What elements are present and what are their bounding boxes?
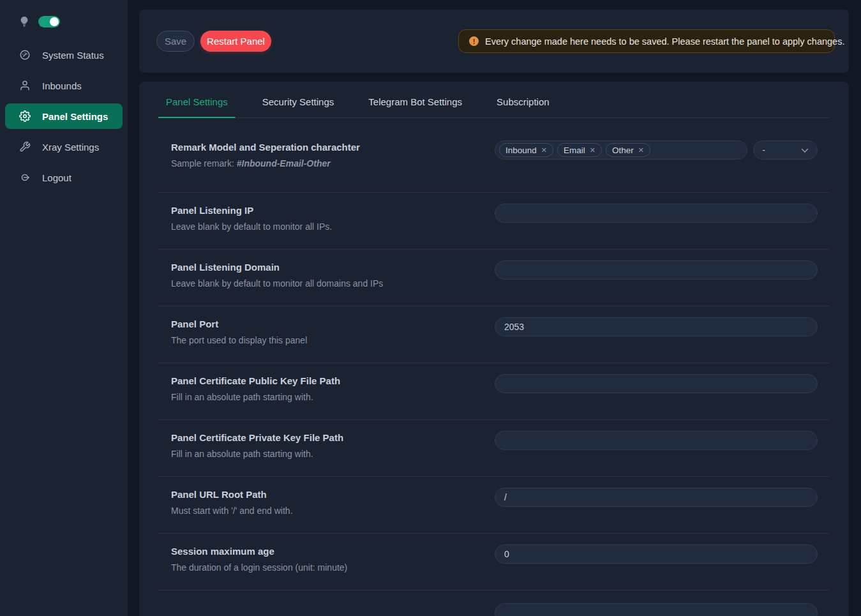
field-description: Sample remark: #Inbound-Email-Other (171, 158, 495, 169)
field-description: Fill in an absolute path starting with. (171, 449, 495, 459)
sidebar-item-label: Panel Settings (42, 111, 108, 122)
separator-select[interactable]: - (753, 140, 818, 160)
user-icon (19, 80, 31, 91)
sidebar-item-panel-settings[interactable]: Panel Settings (5, 103, 123, 129)
settings-tabs: Panel Settings Security Settings Telegra… (158, 82, 830, 118)
logout-icon (19, 172, 31, 183)
field-label: Remark Model and Seperation charachter (171, 142, 495, 153)
separator-select-value: - (762, 145, 765, 155)
warning-alert-text: Every change made here needs to be saved… (485, 36, 844, 47)
form-row-cert-private-key-path: Panel Certificate Private Key File Path … (158, 420, 830, 477)
tab-security-settings[interactable]: Security Settings (255, 96, 342, 117)
field-label-block: Panel URL Root Path Must start with '/' … (171, 488, 495, 516)
sidebar-item-label: Xray Settings (42, 142, 99, 153)
restart-panel-button[interactable]: Restart Panel (200, 31, 271, 52)
partial-row-input[interactable] (495, 603, 818, 616)
tab-telegram-bot-settings[interactable]: Telegram Bot Settings (361, 96, 470, 117)
field-label-block: Panel Certificate Private Key File Path … (171, 431, 495, 459)
panel-listening-domain-input[interactable] (495, 260, 818, 280)
lightbulb-icon (19, 15, 29, 28)
remark-controls: Inbound ✕ Email ✕ Other ✕ - (495, 140, 818, 160)
form-row-panel-port: Panel Port The port used to display this… (158, 306, 830, 363)
sidebar-item-label: Inbounds (42, 80, 82, 91)
form-row-panel-listening-ip: Panel Listening IP Leave blank by defaul… (158, 193, 830, 250)
field-label-block: Panel Listening IP Leave blank by defaul… (171, 204, 495, 232)
remove-tag-icon[interactable]: ✕ (590, 146, 595, 154)
save-button[interactable]: Save (156, 31, 195, 52)
field-label: Panel Port (171, 319, 495, 329)
tag-email: Email ✕ (557, 143, 602, 157)
tag-inbound: Inbound ✕ (499, 143, 553, 157)
field-label: Panel Listening Domain (171, 262, 495, 273)
settings-card: Panel Settings Security Settings Telegra… (139, 82, 849, 616)
field-description: Must start with '/' and end with. (171, 506, 495, 516)
panel-url-root-path-input[interactable] (495, 488, 818, 507)
tab-panel-settings[interactable]: Panel Settings (158, 96, 236, 117)
warning-alert: ! Every change made here needs to be sav… (458, 29, 835, 53)
form-row-session-max-age: Session maximum age The duration of a lo… (158, 534, 830, 590)
toggle-knob (50, 17, 59, 26)
sidebar-item-xray-settings[interactable]: Xray Settings (5, 134, 123, 160)
sidebar-menu: System Status Inbounds Panel Settings (0, 42, 128, 190)
field-label: Panel URL Root Path (171, 489, 495, 500)
sidebar-theme-controls (0, 11, 128, 32)
dashboard-icon (19, 49, 31, 61)
chevron-down-icon (801, 145, 809, 155)
field-description: Leave blank by default to monitor all do… (171, 278, 495, 289)
sidebar-item-label: Logout (42, 172, 71, 183)
tag-other: Other ✕ (606, 143, 650, 157)
field-label: Panel Certificate Private Key File Path (171, 432, 495, 443)
remove-tag-icon[interactable]: ✕ (638, 146, 644, 154)
sidebar-item-logout[interactable]: Logout (5, 165, 123, 190)
panel-port-input[interactable] (495, 317, 818, 336)
remove-tag-icon[interactable]: ✕ (541, 146, 547, 154)
session-max-age-input[interactable] (495, 545, 818, 564)
toolbar-card: Save Restart Panel ! Every change made h… (139, 10, 849, 73)
field-description: Leave blank by default to monitor all IP… (171, 222, 495, 232)
field-label-block: Panel Certificate Public Key File Path F… (171, 374, 495, 402)
form-row-panel-listening-domain: Panel Listening Domain Leave blank by de… (158, 250, 830, 306)
form-row-partial (158, 590, 830, 616)
field-label-block: Panel Port The port used to display this… (171, 317, 495, 345)
cert-public-key-path-input[interactable] (495, 374, 818, 393)
sample-remark: #Inbound-Email-Other (237, 158, 331, 169)
form-row-cert-public-key-path: Panel Certificate Public Key File Path F… (158, 363, 830, 420)
remark-tags-input[interactable]: Inbound ✕ Email ✕ Other ✕ (495, 140, 747, 160)
field-label-block: Remark Model and Seperation charachter S… (171, 140, 495, 169)
gear-icon (19, 110, 31, 122)
sidebar-item-inbounds[interactable]: Inbounds (5, 73, 123, 98)
cert-private-key-path-input[interactable] (495, 431, 818, 450)
sidebar: System Status Inbounds Panel Settings (0, 0, 128, 616)
wrench-icon (19, 141, 31, 153)
field-label-block: Session maximum age The duration of a lo… (171, 545, 495, 573)
field-description: The port used to display this panel (171, 335, 495, 345)
field-label: Panel Certificate Public Key File Path (171, 375, 495, 386)
tab-subscription[interactable]: Subscription (489, 96, 557, 117)
sidebar-item-system-status[interactable]: System Status (5, 42, 123, 68)
sidebar-item-label: System Status (42, 50, 104, 61)
warning-icon: ! (469, 36, 479, 46)
field-description: The duration of a login session (unit: m… (171, 562, 495, 573)
field-description: Fill in an absolute path starting with. (171, 392, 495, 402)
form-row-remark-model: Remark Model and Seperation charachter S… (158, 118, 830, 193)
field-label: Panel Listening IP (171, 205, 495, 216)
dark-mode-toggle[interactable] (38, 16, 60, 27)
field-label-block: Panel Listening Domain Leave blank by de… (171, 260, 495, 289)
form-row-panel-url-root-path: Panel URL Root Path Must start with '/' … (158, 477, 830, 534)
field-label: Session maximum age (171, 546, 495, 557)
panel-listening-ip-input[interactable] (495, 204, 818, 223)
